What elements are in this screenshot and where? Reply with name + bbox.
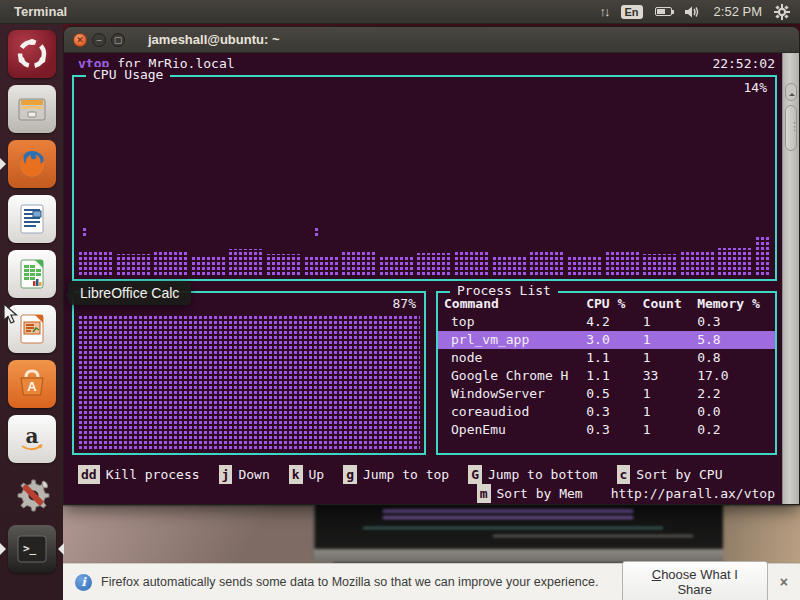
process-row-selected: prl_vm_app3.015.8: [438, 331, 775, 349]
session-gear-icon[interactable]: [774, 4, 790, 20]
battery-icon[interactable]: [655, 7, 672, 16]
window-maximize-button[interactable]: ▢: [111, 33, 125, 47]
process-list-panel: Process List Command CPU % Count Memory …: [436, 291, 777, 455]
memory-current-value: 87%: [393, 296, 416, 311]
vtop-clock: 22:52:02: [712, 56, 775, 71]
process-row: top4.210.3: [438, 313, 775, 331]
active-app-name[interactable]: Terminal: [14, 4, 67, 19]
keyboard-layout-indicator[interactable]: En: [621, 5, 643, 19]
running-indicator-icon: [0, 158, 12, 170]
choose-what-i-share-button[interactable]: Choose What I Share: [622, 561, 768, 600]
vtop-url: http://parall.ax/vtop: [611, 484, 775, 503]
amazon-icon[interactable]: a: [8, 415, 56, 463]
info-icon: i: [75, 574, 92, 591]
terminal-scrollbar[interactable]: [782, 53, 799, 504]
libreoffice-calc-icon[interactable]: [8, 250, 56, 298]
scrollbar-thumb[interactable]: [785, 105, 797, 151]
top-panel: Terminal ↑↓ En 2:52 PM: [0, 0, 800, 24]
terminal-content[interactable]: vtop for MrRio.local 22:52:02 CPU Usage …: [64, 53, 799, 504]
firefox-icon[interactable]: [8, 140, 56, 188]
system-settings-icon[interactable]: [8, 470, 56, 518]
cpu-history-sparkline: [78, 234, 771, 276]
process-row: coreaudiod0.310.0: [438, 403, 775, 421]
system-tray: ↑↓ En 2:52 PM: [600, 4, 790, 20]
notification-message: Firefox automatically sends some data to…: [101, 575, 622, 590]
window-minimize-button[interactable]: –: [92, 33, 106, 47]
software-center-icon[interactable]: A: [8, 360, 56, 408]
process-row: WindowServer0.512.2: [438, 385, 775, 403]
vtop-header: vtop for MrRio.local 22:52:02: [78, 56, 775, 71]
clock[interactable]: 2:52 PM: [714, 4, 762, 19]
svg-text:>_: >_: [23, 542, 37, 555]
terminal-titlebar[interactable]: ✕ – ▢ jameshall@ubuntu: ~: [64, 27, 799, 53]
firefox-notification-bar: i Firefox automatically sends some data …: [63, 563, 800, 600]
running-indicator-icon: [0, 543, 12, 555]
vtop-shortcut-bar: ddKill process jDown kUp gJump to top GJ…: [78, 465, 775, 503]
notification-close-icon[interactable]: ×: [780, 574, 788, 590]
svg-text:A: A: [27, 379, 37, 394]
terminal-icon[interactable]: >_: [8, 525, 56, 573]
terminal-window[interactable]: ✕ – ▢ jameshall@ubuntu: ~ vtop for MrRio…: [63, 26, 800, 505]
volume-icon[interactable]: [684, 5, 702, 19]
scrollbar-up-arrow-icon[interactable]: [785, 83, 797, 101]
process-row: node1.110.8: [438, 349, 775, 367]
window-title: jameshall@ubuntu: ~: [148, 32, 280, 47]
process-list-title: Process List: [450, 283, 558, 298]
mouse-cursor: [3, 303, 19, 325]
cpu-spike-dot: [314, 228, 319, 237]
launcher-tooltip: LibreOffice Calc: [68, 281, 191, 305]
network-indicator-icon[interactable]: ↑↓: [600, 4, 609, 19]
ubuntu-dash-icon[interactable]: [8, 30, 56, 78]
files-icon[interactable]: [8, 85, 56, 133]
window-close-button[interactable]: ✕: [73, 33, 87, 47]
cpu-panel-title: CPU Usage: [86, 67, 170, 82]
libreoffice-writer-icon[interactable]: [8, 195, 56, 243]
cpu-usage-panel: CPU Usage 14%: [72, 75, 777, 281]
memory-usage-panel: 87%: [72, 291, 426, 455]
process-row: Google Chrome H1.13317.0: [438, 367, 775, 385]
cpu-spike-dot: [82, 228, 87, 237]
focused-indicator-icon: [52, 543, 64, 555]
svg-text:a: a: [25, 424, 38, 448]
cpu-current-value: 14%: [744, 80, 767, 95]
desktop-wallpaper-strip: [63, 505, 800, 563]
memory-history-fill: [78, 315, 420, 450]
process-row: OpenEmu0.310.2: [438, 421, 775, 439]
